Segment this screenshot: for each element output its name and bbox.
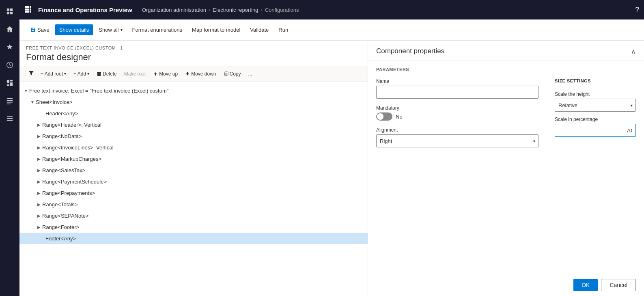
designer-breadcrumb: FREE TEXT INVOICE (EXCEL) CUSTOM : 1 xyxy=(26,45,361,50)
mandatory-field-group: Mandatory No xyxy=(376,105,538,121)
tree-arrow: ▶ xyxy=(36,212,42,219)
map-format-label: Map format to model xyxy=(192,27,240,33)
properties-footer: OK Cancel xyxy=(368,274,644,296)
properties-panel: Component properties ∧ Parameters Name xyxy=(368,41,644,296)
run-button[interactable]: Run xyxy=(274,24,292,35)
alignment-select[interactable]: Left Center Right xyxy=(376,134,538,147)
tree-item[interactable]: ▶ Range<SEPANote> xyxy=(19,210,368,221)
scale-pct-input[interactable] xyxy=(555,124,636,137)
show-all-label: Show all xyxy=(99,27,118,33)
tree-label: Range<Prepayments> xyxy=(42,190,364,196)
validate-button[interactable]: Validate xyxy=(246,24,273,35)
breadcrumb-er[interactable]: Electronic reporting xyxy=(213,7,258,13)
svg-rect-16 xyxy=(25,6,27,8)
tree-label: Free text invoice: Excel = "Free text in… xyxy=(29,88,364,94)
ok-button[interactable]: OK xyxy=(573,279,598,291)
move-up-label: Move up xyxy=(159,71,178,77)
nav-rail xyxy=(0,0,19,296)
svg-rect-24 xyxy=(30,11,31,13)
app-grid-icon[interactable] xyxy=(24,6,32,14)
mandatory-label: Mandatory xyxy=(376,105,538,111)
designer-title: Format designer xyxy=(26,52,361,63)
add-label: + Add xyxy=(73,71,86,77)
breadcrumb-config[interactable]: Configurations xyxy=(265,7,299,13)
map-format-button[interactable]: Map format to model xyxy=(188,24,244,35)
tree-item[interactable]: ▶ Range<MarkupCharges> xyxy=(19,153,368,164)
tree-item[interactable]: ▶ Range<Totals> xyxy=(19,199,368,210)
copy-button[interactable]: Copy xyxy=(220,69,244,78)
tree-arrow: ▶ xyxy=(36,156,42,162)
format-enumerations-button[interactable]: Format enumerations xyxy=(128,24,187,35)
svg-rect-7 xyxy=(10,82,13,86)
breadcrumb-sep-1: › xyxy=(209,7,210,13)
move-down-button[interactable]: Move down xyxy=(182,69,219,78)
collapse-button[interactable]: ∧ xyxy=(631,48,636,55)
scale-height-label: Scale the height xyxy=(555,91,636,97)
nav-workspace-icon[interactable] xyxy=(2,75,18,91)
svg-rect-13 xyxy=(7,117,13,117)
format-enumerations-label: Format enumerations xyxy=(132,27,183,33)
tree-item[interactable]: ▼ Sheet<Invoice> xyxy=(19,96,368,108)
nav-grid-icon[interactable] xyxy=(2,3,18,19)
more-button[interactable]: ... xyxy=(245,69,256,78)
show-all-button[interactable]: Show all ▾ xyxy=(95,24,126,35)
scale-pct-field-group: Scale in percentage xyxy=(555,117,636,137)
tree-item-selected[interactable]: ▶ Footer<Any> xyxy=(19,233,368,244)
cancel-button[interactable]: Cancel xyxy=(601,279,636,291)
designer-panel: FREE TEXT INVOICE (EXCEL) CUSTOM : 1 For… xyxy=(19,41,368,296)
add-button[interactable]: + Add ▾ xyxy=(70,69,93,78)
tree-arrow: ▶ xyxy=(36,121,42,128)
tree-item[interactable]: ▶ Range<PaymentSchedule> xyxy=(19,176,368,187)
svg-rect-2 xyxy=(7,12,9,14)
make-root-button[interactable]: Make root xyxy=(121,69,149,78)
tree-item[interactable]: ▶ Range<Prepayments> xyxy=(19,187,368,199)
svg-rect-22 xyxy=(25,11,27,13)
show-details-button[interactable]: Show details xyxy=(55,24,93,35)
nav-recent-icon[interactable] xyxy=(2,57,18,73)
svg-rect-10 xyxy=(7,100,13,101)
tree-label: Range<PaymentSchedule> xyxy=(42,179,364,185)
svg-rect-14 xyxy=(7,118,13,119)
scale-height-select[interactable]: Relative Absolute None xyxy=(555,99,636,112)
properties-title: Component properties xyxy=(376,47,444,55)
nav-star-icon[interactable] xyxy=(2,39,18,55)
breadcrumb-org[interactable]: Organization administration xyxy=(142,7,206,13)
tree-label: Footer<Any> xyxy=(45,236,364,242)
tree-item[interactable]: ▶ Range<SalesTax> xyxy=(19,164,368,176)
svg-rect-26 xyxy=(187,72,188,73)
svg-rect-1 xyxy=(10,9,13,11)
name-input[interactable] xyxy=(376,86,538,99)
tree-item[interactable]: ▼ Free text invoice: Excel = "Free text … xyxy=(19,85,368,96)
svg-rect-17 xyxy=(27,6,29,8)
scale-pct-label: Scale in percentage xyxy=(555,117,636,122)
tree-label: Range<Totals> xyxy=(42,201,364,207)
tree-arrow: ▶ xyxy=(36,190,42,196)
nav-home-icon[interactable] xyxy=(2,21,18,37)
svg-rect-18 xyxy=(30,6,31,8)
help-icon[interactable]: ? xyxy=(635,6,639,14)
add-root-button[interactable]: + Add root ▾ xyxy=(37,69,69,78)
nav-hamburger-icon[interactable] xyxy=(2,110,18,127)
top-bar: Finance and Operations Preview Organizat… xyxy=(19,0,644,19)
tree-item[interactable]: ▶ Range<Footer> xyxy=(19,221,368,233)
svg-rect-19 xyxy=(25,9,27,11)
save-button[interactable]: Save xyxy=(26,24,54,35)
tree-item[interactable]: ▶ Range<Header>: Vertical xyxy=(19,119,368,130)
run-label: Run xyxy=(278,27,288,33)
svg-rect-8 xyxy=(7,84,9,86)
tree-item[interactable]: ▶ Range<NoData> xyxy=(19,130,368,142)
move-up-button[interactable]: Move up xyxy=(150,69,181,78)
filter-button[interactable] xyxy=(26,69,37,79)
delete-button[interactable]: Delete xyxy=(93,69,120,78)
scale-height-select-wrapper: Relative Absolute None ▾ xyxy=(555,99,636,112)
tree-item[interactable]: ▶ Header<Any> xyxy=(19,108,368,119)
name-label: Name xyxy=(376,78,538,84)
tree-item[interactable]: ▶ Range<InvoiceLines>: Vertical xyxy=(19,142,368,153)
nav-list-icon[interactable] xyxy=(2,93,18,109)
tree-label: Range<Footer> xyxy=(42,224,364,230)
svg-rect-12 xyxy=(7,104,11,104)
alignment-field-group: Alignment Left Center Right ▾ xyxy=(376,127,538,147)
tree-arrow: ▶ xyxy=(36,224,42,230)
mandatory-toggle[interactable] xyxy=(376,112,392,121)
section-header: Parameters xyxy=(376,67,636,72)
